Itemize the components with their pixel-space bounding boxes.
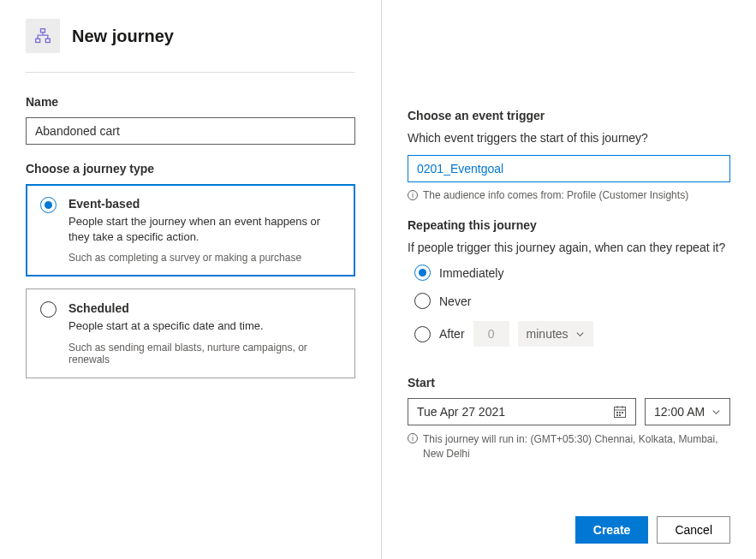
svg-rect-0 [41, 29, 45, 33]
page-title: New journey [72, 27, 174, 46]
svg-rect-1 [36, 39, 40, 42]
svg-rect-11 [619, 414, 621, 416]
scheduled-hint: Such as sending email blasts, nurture ca… [68, 342, 341, 366]
after-value-input[interactable] [473, 321, 509, 347]
radio-scheduled[interactable] [40, 301, 57, 318]
cancel-button[interactable]: Cancel [657, 516, 730, 544]
radio-after[interactable] [414, 326, 431, 342]
start-date: Tue Apr 27 2021 [417, 405, 505, 419]
after-unit-select[interactable]: minutes [518, 321, 593, 347]
trigger-label: Choose an event trigger [408, 109, 730, 122]
after-label: After [439, 327, 465, 341]
create-button[interactable]: Create [575, 516, 649, 544]
start-label: Start [408, 376, 730, 390]
info-icon: i [408, 190, 418, 200]
event-desc: People start the journey when an event h… [68, 214, 341, 245]
svg-rect-10 [616, 414, 618, 416]
repeat-immediately[interactable]: Immediately [414, 265, 730, 281]
never-label: Never [439, 294, 471, 308]
repeat-label: Repeating this journey [408, 218, 730, 232]
event-hint: Such as completing a survey or making a … [68, 252, 341, 264]
immediately-label: Immediately [439, 266, 503, 280]
info-icon: i [408, 433, 418, 443]
journey-type-scheduled[interactable]: Scheduled People start at a specific dat… [26, 288, 355, 378]
name-label: Name [26, 95, 355, 109]
svg-rect-9 [622, 412, 623, 413]
radio-event[interactable] [40, 197, 57, 213]
repeat-sub: If people trigger this journey again, wh… [408, 241, 730, 254]
repeat-after[interactable]: After minutes [414, 321, 730, 347]
timezone-info: This journey will run in: (GMT+05:30) Ch… [423, 432, 730, 461]
chevron-down-icon [575, 330, 585, 339]
radio-never[interactable] [414, 293, 431, 309]
chevron-down-icon [711, 407, 721, 417]
journey-type-label: Choose a journey type [26, 162, 355, 175]
trigger-sub: Which event triggers the start of this j… [408, 131, 730, 145]
trigger-info: The audience info comes from: Profile (C… [423, 189, 688, 201]
journey-type-event[interactable]: Event-based People start the journey whe… [26, 184, 355, 277]
scheduled-desc: People start at a specific date and time… [68, 318, 341, 334]
svg-rect-8 [619, 412, 621, 413]
scheduled-title: Scheduled [68, 301, 341, 315]
svg-rect-7 [616, 412, 618, 413]
repeat-never[interactable]: Never [414, 293, 730, 309]
journey-icon [26, 19, 60, 53]
event-title: Event-based [68, 197, 341, 211]
trigger-input[interactable] [408, 155, 730, 182]
divider [26, 72, 355, 73]
calendar-icon [613, 405, 627, 419]
start-date-input[interactable]: Tue Apr 27 2021 [408, 398, 636, 425]
after-unit: minutes [527, 327, 568, 341]
start-time: 12:00 AM [654, 405, 705, 419]
start-time-select[interactable]: 12:00 AM [645, 398, 730, 425]
radio-immediately[interactable] [414, 265, 431, 281]
name-input[interactable] [26, 117, 355, 145]
svg-rect-2 [45, 39, 50, 42]
